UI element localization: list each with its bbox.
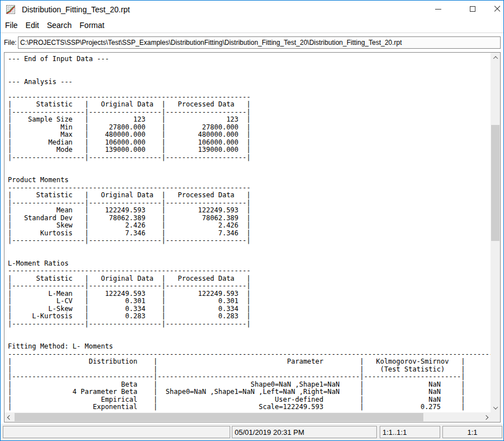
scroll-left-button[interactable] (4, 412, 14, 422)
app-window: Distribution_Fitting_Test_20.rpt File Ed… (0, 0, 504, 441)
horizontal-scrollbar[interactable] (4, 412, 491, 422)
scrollbar-corner (491, 412, 500, 422)
file-path-input[interactable] (18, 36, 501, 49)
menu-bar: File Edit Search Format (1, 18, 503, 33)
scroll-up-button[interactable] (491, 53, 500, 62)
status-position-panel: 1:1 (442, 426, 502, 438)
status-selection-panel: 1:1..1:1 (380, 426, 440, 438)
minimize-icon (435, 9, 441, 10)
chevron-left-icon (7, 415, 11, 419)
report-text[interactable]: --- End of Input Data --- --- Analysis -… (4, 53, 491, 412)
scroll-right-button[interactable] (481, 412, 491, 422)
menu-edit[interactable]: Edit (22, 18, 43, 33)
window-title: Distribution_Fitting_Test_20.rpt (22, 5, 130, 14)
status-bar: 05/01/2019 20:31 PM 1:1..1:1 1:1 (1, 424, 503, 440)
maximize-icon (470, 6, 475, 12)
chevron-up-icon (493, 56, 497, 61)
chevron-right-icon (483, 415, 488, 419)
minimize-button[interactable] (427, 1, 449, 17)
status-message-panel (3, 426, 230, 438)
file-bar: File: (1, 33, 503, 52)
status-timestamp-panel: 05/01/2019 20:31 PM (232, 426, 377, 438)
chevron-down-icon (493, 405, 497, 409)
close-button[interactable] (486, 1, 504, 17)
scroll-down-button[interactable] (491, 403, 500, 412)
maximize-button[interactable] (461, 1, 484, 17)
horizontal-scroll-thumb[interactable] (15, 413, 423, 421)
close-icon (494, 6, 501, 12)
file-label: File: (4, 39, 17, 47)
app-icon (6, 5, 15, 14)
menu-format[interactable]: Format (76, 18, 108, 33)
vertical-scroll-thumb[interactable] (491, 125, 500, 241)
vertical-scrollbar[interactable] (491, 53, 500, 412)
report-viewer: --- End of Input Data --- --- Analysis -… (4, 52, 501, 423)
menu-search[interactable]: Search (43, 18, 76, 33)
menu-file[interactable]: File (1, 18, 22, 33)
title-bar: Distribution_Fitting_Test_20.rpt (1, 1, 503, 18)
